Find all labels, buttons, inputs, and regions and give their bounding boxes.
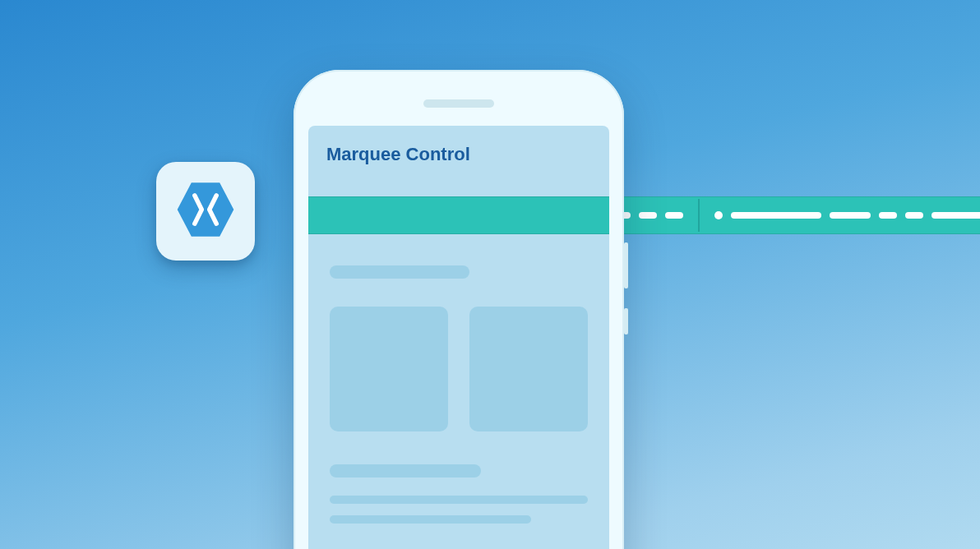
- placeholder-card: [469, 307, 588, 431]
- phone-speaker: [423, 99, 494, 108]
- placeholder-card: [330, 307, 448, 431]
- svg-marker-0: [178, 182, 234, 237]
- side-button: [624, 242, 628, 288]
- placeholder-heading: [330, 464, 481, 477]
- phone-mockup: Marquee Control: [294, 70, 624, 549]
- placeholder-card-row: [330, 307, 588, 431]
- placeholder-text-line: [330, 496, 588, 504]
- xamarin-icon: [173, 178, 238, 245]
- xamarin-badge: [156, 162, 255, 261]
- screen-content-placeholder: [330, 265, 588, 524]
- phone-screen: Marquee Control: [308, 126, 609, 549]
- placeholder-heading: [330, 265, 469, 279]
- placeholder-text-line: [330, 515, 531, 524]
- side-button: [624, 308, 628, 334]
- screen-title: Marquee Control: [326, 144, 470, 165]
- marquee-strip-inner: [308, 196, 609, 234]
